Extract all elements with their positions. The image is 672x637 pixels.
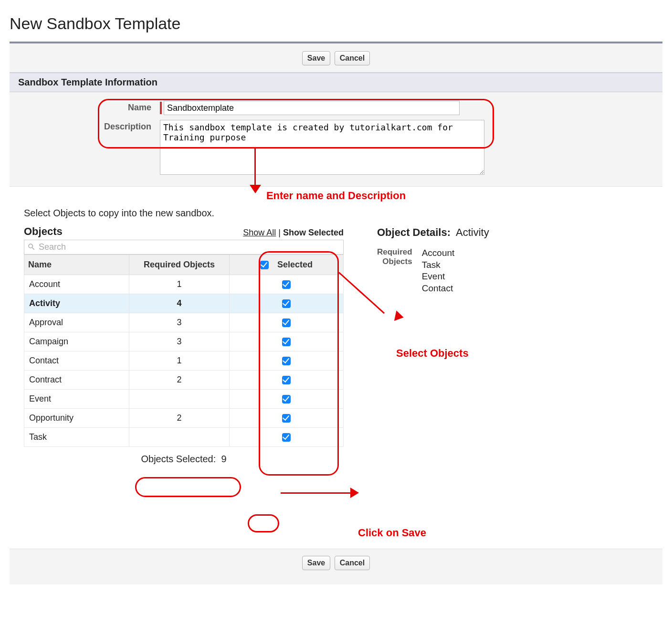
col-name-header: Name bbox=[24, 255, 129, 275]
required-object-item: Event bbox=[422, 271, 455, 283]
select-all-checkbox[interactable] bbox=[260, 261, 269, 269]
row-checkbox[interactable] bbox=[282, 376, 291, 384]
page-title: New Sandbox Template bbox=[10, 14, 662, 33]
row-checkbox[interactable] bbox=[282, 357, 291, 365]
row-checkbox[interactable] bbox=[282, 299, 291, 308]
required-object-item: Account bbox=[422, 247, 455, 259]
row-checkbox[interactable] bbox=[282, 433, 291, 442]
objects-area: Select Objects to copy into the new sand… bbox=[10, 202, 662, 549]
show-all-link[interactable]: Show All bbox=[243, 228, 276, 237]
row-required: 2 bbox=[129, 371, 230, 390]
row-checkbox[interactable] bbox=[282, 395, 291, 403]
name-input[interactable] bbox=[164, 101, 460, 115]
row-name: Contact bbox=[24, 351, 129, 371]
search-box bbox=[24, 240, 344, 255]
save-button[interactable]: Save bbox=[302, 51, 330, 65]
objects-table: Name Required Objects Selected Account1A… bbox=[24, 255, 344, 447]
description-label: Description bbox=[24, 120, 160, 132]
row-name: Contract bbox=[24, 371, 129, 390]
col-required-header: Required Objects bbox=[129, 255, 230, 275]
row-required: 1 bbox=[129, 275, 230, 294]
top-button-row: Save Cancel bbox=[10, 48, 662, 73]
section-header: Sandbox Template Information bbox=[10, 73, 662, 92]
row-checkbox[interactable] bbox=[282, 414, 291, 423]
row-name: Task bbox=[24, 428, 129, 447]
row-name: Approval bbox=[24, 313, 129, 332]
table-row[interactable]: Event bbox=[24, 390, 344, 409]
row-required: 4 bbox=[129, 294, 230, 313]
row-name: Campaign bbox=[24, 332, 129, 351]
required-object-item: Contact bbox=[422, 283, 455, 295]
objects-intro: Select Objects to copy into the new sand… bbox=[24, 208, 648, 219]
annotation-click-save: Click on Save bbox=[358, 527, 426, 539]
row-required: 2 bbox=[129, 409, 230, 428]
table-row[interactable]: Activity4 bbox=[24, 294, 344, 313]
object-details-label: Object Details: bbox=[377, 226, 451, 238]
annotation-select-objects: Select Objects bbox=[396, 347, 469, 359]
table-row[interactable]: Contract2 bbox=[24, 371, 344, 390]
show-links: Show All | Show Selected bbox=[243, 228, 344, 238]
form-area: Name Description This sandbox template i… bbox=[10, 92, 662, 186]
table-row[interactable]: Approval3 bbox=[24, 313, 344, 332]
table-row[interactable]: Campaign3 bbox=[24, 332, 344, 351]
row-required: 3 bbox=[129, 313, 230, 332]
required-object-item: Task bbox=[422, 259, 455, 271]
row-required bbox=[129, 390, 230, 409]
row-name: Activity bbox=[24, 294, 129, 313]
bottom-button-row: Save Cancel bbox=[10, 549, 662, 570]
search-input[interactable] bbox=[38, 242, 340, 253]
col-selected-header: Selected bbox=[230, 255, 344, 275]
object-details-panel: Object Details: Activity Required Object… bbox=[377, 225, 648, 539]
row-checkbox[interactable] bbox=[282, 338, 291, 346]
row-required: 1 bbox=[129, 351, 230, 371]
table-row[interactable]: Task bbox=[24, 428, 344, 447]
objects-selected-count: Objects Selected: 9 bbox=[24, 454, 344, 465]
sandbox-template-panel: Save Cancel Sandbox Template Information… bbox=[10, 42, 662, 584]
search-icon bbox=[27, 243, 36, 251]
table-row[interactable]: Account1 bbox=[24, 275, 344, 294]
required-objects-list: AccountTaskEventContact bbox=[422, 247, 455, 295]
row-name: Event bbox=[24, 390, 129, 409]
row-name: Account bbox=[24, 275, 129, 294]
save-button-bottom[interactable]: Save bbox=[302, 556, 330, 570]
row-required bbox=[129, 428, 230, 447]
required-objects-label: Required Objects bbox=[377, 247, 412, 295]
row-required: 3 bbox=[129, 332, 230, 351]
cancel-button[interactable]: Cancel bbox=[335, 51, 370, 65]
row-checkbox[interactable] bbox=[282, 318, 291, 327]
object-details-name: Activity bbox=[456, 226, 489, 238]
show-selected-link[interactable]: Show Selected bbox=[283, 228, 344, 237]
selected-header-label: Selected bbox=[277, 260, 313, 270]
table-row[interactable]: Contact1 bbox=[24, 351, 344, 371]
cancel-button-bottom[interactable]: Cancel bbox=[335, 556, 370, 570]
required-field-bar bbox=[160, 102, 162, 114]
description-textarea[interactable]: This sandbox template is created by tuto… bbox=[160, 120, 484, 175]
row-name: Opportunity bbox=[24, 409, 129, 428]
annotation-enter-name: Enter name and Description bbox=[266, 190, 406, 202]
name-label: Name bbox=[24, 101, 160, 113]
table-row[interactable]: Opportunity2 bbox=[24, 409, 344, 428]
objects-title: Objects bbox=[24, 225, 63, 238]
row-checkbox[interactable] bbox=[282, 280, 291, 289]
